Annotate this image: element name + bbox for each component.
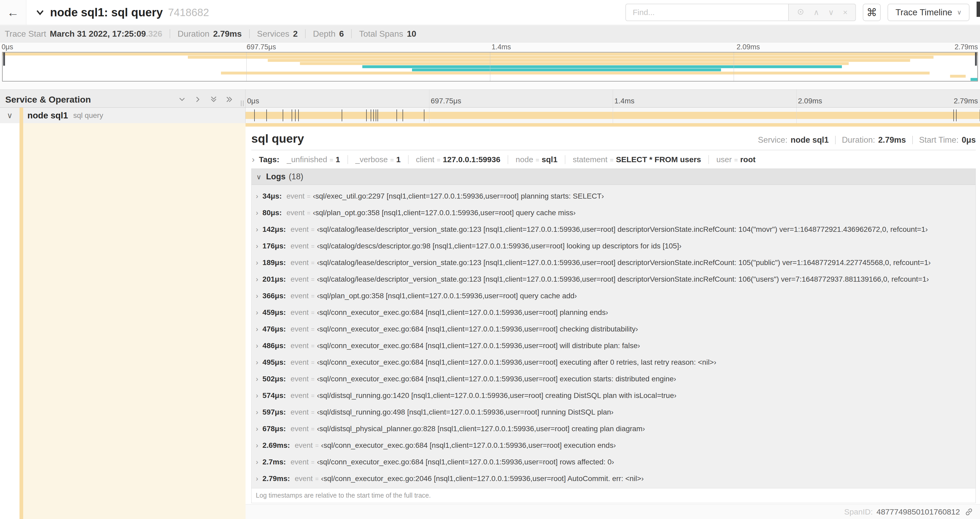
trace-info-items: Trace StartMarch 31 2022, 17:25:09.326Du… <box>5 29 416 39</box>
logs-accordion: ∨ Logs (18) ›34μs:event=‹sql/exec_util.g… <box>251 169 976 503</box>
log-row[interactable]: ›574μs:event=‹sql/distsql_running.go:142… <box>251 387 975 404</box>
viewport-left-handle[interactable] <box>3 53 5 65</box>
log-row[interactable]: ›678μs:event=‹sql/distsql_physical_plann… <box>251 421 975 437</box>
span-name-cell[interactable]: ∨ node sql1 sql query <box>0 108 245 123</box>
info-divider <box>305 29 305 38</box>
chevron-right-icon: › <box>256 275 258 283</box>
span-id-bar: SpanID: 4877749850101760812 <box>245 504 980 519</box>
equals-sign: = <box>311 458 315 466</box>
chevron-right-icon: › <box>256 292 258 300</box>
tag-item[interactable]: node=sql1 <box>508 155 565 164</box>
log-timestamp: 189μs: <box>262 259 286 267</box>
timeline-axis: 0μs697.75μs1.4ms2.09ms2.79ms <box>245 89 980 107</box>
log-field-value: ‹sql/conn_executor_exec.go:684 [nsql1,cl… <box>317 458 614 466</box>
deep-link-icon[interactable] <box>964 507 974 517</box>
back-button[interactable]: ← <box>0 0 26 25</box>
log-row[interactable]: ›189μs:event=‹sql/catalog/lease/descript… <box>251 254 975 271</box>
log-row[interactable]: ›34μs:event=‹sql/exec_util.go:2297 [nsql… <box>251 188 975 204</box>
tag-item[interactable]: _unfinished=1 <box>286 155 347 164</box>
log-row[interactable]: ›476μs:event=‹sql/conn_executor_exec.go:… <box>251 321 975 338</box>
log-timestamp: 201μs: <box>262 275 286 283</box>
log-row[interactable]: ›2.7ms:event=‹sql/conn_executor_exec.go:… <box>251 454 975 471</box>
chevron-right-icon: › <box>256 475 258 482</box>
log-field-value: ‹sql/conn_executor_exec.go:684 [nsql1,cl… <box>317 342 640 350</box>
logs-footnote: Log timestamps are relative to the start… <box>251 488 975 503</box>
log-timestamp: 2.7ms: <box>262 458 286 466</box>
prev-match-icon[interactable]: ∧ <box>813 8 819 16</box>
minimap-canvas[interactable] <box>2 52 978 81</box>
log-row[interactable]: ›201μs:event=‹sql/catalog/lease/descript… <box>251 271 975 288</box>
collapse-all-icon[interactable] <box>210 95 218 104</box>
expand-all-icon[interactable] <box>225 95 234 104</box>
span-bar-cell <box>245 108 980 123</box>
expand-one-icon[interactable] <box>194 95 202 104</box>
log-field-key: event <box>295 441 313 449</box>
next-match-icon[interactable]: ∨ <box>828 8 834 16</box>
collapse-one-icon[interactable] <box>178 95 186 104</box>
minimap-span <box>268 59 910 62</box>
collapse-span-icon[interactable]: ∨ <box>0 111 19 120</box>
log-row[interactable]: ›486μs:event=‹sql/conn_executor_exec.go:… <box>251 338 975 354</box>
find-input[interactable] <box>625 4 789 21</box>
log-row[interactable]: ›176μs:event=‹sql/catalog/descs/descript… <box>251 238 975 254</box>
span-detail-card: sql query Service: node sql1 Duration: 2… <box>245 126 980 503</box>
chevron-right-icon: › <box>256 192 258 200</box>
log-field-key: event <box>291 408 309 416</box>
back-arrow-icon: ← <box>7 5 19 19</box>
log-timestamp: 495μs: <box>262 358 286 366</box>
equals-sign: = <box>307 209 310 217</box>
log-tick <box>254 109 255 121</box>
tag-item[interactable]: user=root <box>708 155 763 164</box>
start-time-value: 0μs <box>962 135 976 145</box>
log-row[interactable]: ›502μs:event=‹sql/conn_executor_exec.go:… <box>251 371 975 387</box>
trace-info-label: Depth <box>313 29 336 39</box>
chevron-right-icon: › <box>256 408 258 416</box>
detail-meta: Service: node sql1 Duration: 2.79ms Star… <box>758 135 976 145</box>
span-operation-name: sql query <box>73 111 103 120</box>
log-field-key: event <box>291 425 309 433</box>
log-field-value: ‹sql/catalog/lease/descriptor_version_st… <box>317 259 931 267</box>
logs-header[interactable]: ∨ Logs (18) <box>251 169 975 185</box>
log-timestamp: 574μs: <box>262 391 286 399</box>
log-row[interactable]: ›459μs:event=‹sql/conn_executor_exec.go:… <box>251 304 975 321</box>
trace-info-label: Services <box>257 29 290 39</box>
equals-sign: = <box>329 156 333 164</box>
log-tick <box>953 109 954 121</box>
detail-panel: sql query Service: node sql1 Duration: 2… <box>245 123 980 519</box>
log-row[interactable]: ›597μs:event=‹sql/distsql_running.go:498… <box>251 404 975 421</box>
clear-find-icon[interactable]: × <box>843 8 848 16</box>
tags-accordion[interactable]: › Tags: _unfinished=1_verbose=1client=12… <box>251 150 976 168</box>
minimap-axis: 0μs697.75μs1.4ms2.09ms2.79ms <box>0 43 980 52</box>
log-row[interactable]: ›142μs:event=‹sql/catalog/lease/descript… <box>251 221 975 238</box>
span-color-stripe <box>19 108 23 123</box>
equals-sign: = <box>307 193 310 200</box>
column-resizer-handle[interactable] <box>241 101 244 106</box>
log-timestamp: 486μs: <box>262 342 286 350</box>
equals-sign: = <box>734 156 738 164</box>
log-field-value: ‹sql/conn_executor_exec.go:684 [nsql1,cl… <box>317 308 608 316</box>
log-row[interactable]: ›80μs:event=‹sql/plan_opt.go:358 [nsql1,… <box>251 204 975 221</box>
log-row[interactable]: ›495μs:event=‹sql/conn_executor_exec.go:… <box>251 354 975 371</box>
log-timestamp: 80μs: <box>262 209 282 217</box>
focus-target-icon[interactable] <box>797 8 805 17</box>
tag-item[interactable]: _verbose=1 <box>347 155 408 164</box>
tag-key: _unfinished <box>286 155 327 164</box>
logs-label: Logs <box>266 172 286 181</box>
log-row[interactable]: ›2.69ms:event=‹sql/conn_executor_exec.go… <box>251 437 975 454</box>
equals-sign: = <box>311 226 315 234</box>
log-row[interactable]: ›366μs:event=‹sql/plan_opt.go:358 [nsql1… <box>251 288 975 304</box>
trace-title-area[interactable]: node sql1: sql query 7418682 <box>35 6 625 19</box>
keyboard-shortcuts-button[interactable]: ⌘ <box>863 4 881 21</box>
log-row[interactable]: ›2.79ms:event=‹sql/conn_executor_exec.go… <box>251 471 975 487</box>
trace-info-item: Trace StartMarch 31 2022, 17:25:09.326 <box>5 29 162 39</box>
log-field-value: ‹sql/plan_opt.go:358 [nsql1,client=127.0… <box>313 209 576 217</box>
viewport-right-handle[interactable] <box>975 53 977 65</box>
trace-view-dropdown[interactable]: Trace Timeline ∨ <box>888 4 969 21</box>
detail-left-column <box>0 123 245 519</box>
equals-sign: = <box>311 409 315 417</box>
tags-list: _unfinished=1_verbose=1client=127.0.0.1:… <box>286 155 763 164</box>
equals-sign: = <box>437 156 441 164</box>
detail-operation-title: sql query <box>251 132 758 145</box>
tag-item[interactable]: statement=SELECT * FROM users <box>565 155 708 164</box>
tag-item[interactable]: client=127.0.0.1:59936 <box>408 155 508 164</box>
